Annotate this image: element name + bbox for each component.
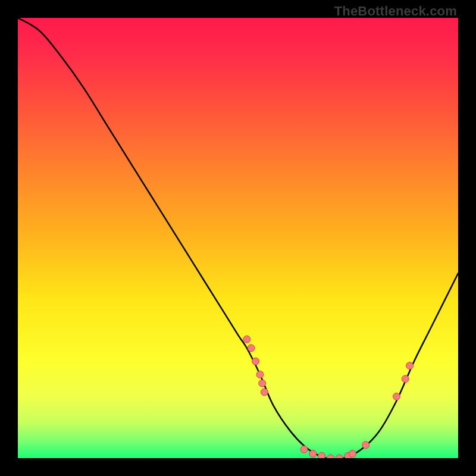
data-marker	[309, 450, 317, 458]
data-marker	[406, 362, 414, 369]
data-marker	[261, 389, 268, 396]
data-marker	[327, 455, 334, 458]
curve-group	[18, 18, 458, 458]
data-marker	[336, 455, 343, 458]
data-marker	[362, 441, 369, 449]
data-marker	[248, 345, 255, 352]
data-marker	[256, 371, 264, 378]
data-marker	[318, 452, 325, 458]
data-marker	[252, 358, 259, 365]
data-marker	[300, 446, 308, 453]
bottleneck-curve	[18, 18, 458, 458]
data-marker	[393, 393, 400, 400]
data-marker	[243, 336, 250, 343]
chart-plot-area	[18, 18, 458, 458]
data-marker	[349, 450, 356, 458]
chart-svg	[18, 18, 458, 458]
data-marker	[402, 375, 409, 383]
data-marker	[259, 380, 266, 387]
watermark-text: TheBottleneck.com	[334, 4, 457, 19]
